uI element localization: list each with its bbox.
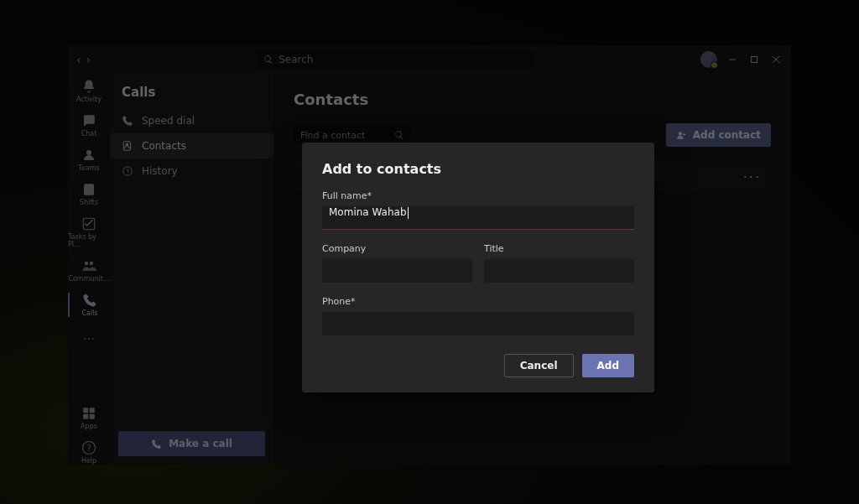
phone-label: Phone* — [322, 296, 634, 307]
company-label: Company — [322, 243, 472, 254]
title-label: Title — [484, 243, 634, 254]
dialog-actions: Cancel Add — [322, 354, 634, 377]
add-to-contacts-dialog: Add to contacts Full name* Momina Wahab … — [302, 143, 654, 392]
title-input[interactable] — [484, 259, 634, 283]
dialog-title: Add to contacts — [322, 161, 634, 177]
add-button[interactable]: Add — [582, 354, 634, 377]
full-name-label: Full name* — [322, 190, 634, 201]
text-cursor — [408, 207, 409, 219]
company-input[interactable] — [322, 259, 472, 283]
full-name-value: Momina Wahab — [329, 206, 407, 218]
phone-input[interactable] — [322, 312, 634, 335]
cancel-button[interactable]: Cancel — [504, 354, 574, 377]
full-name-input[interactable]: Momina Wahab — [322, 206, 634, 230]
